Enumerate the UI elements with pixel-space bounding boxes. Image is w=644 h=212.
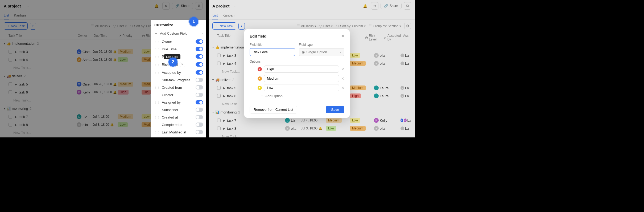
customize-field-row[interactable]: ⋮⋮Subscriber	[151, 106, 206, 113]
remove-button[interactable]: Remove from Current List	[250, 106, 297, 113]
chevron-down-icon[interactable]: ▾	[4, 42, 5, 45]
expand-icon[interactable]: ▶	[15, 123, 17, 126]
tab-kanban[interactable]: Kanban	[14, 12, 26, 19]
chevron-down-icon[interactable]: ▾	[4, 107, 5, 110]
drag-handle-icon[interactable]: ⋮⋮	[154, 101, 160, 104]
drag-handle-icon[interactable]: ⋮⋮	[154, 63, 160, 66]
assignee[interactable]: GGise...	[77, 49, 93, 54]
assignee[interactable]: AAshl...	[77, 57, 93, 62]
task-checkbox[interactable]	[9, 90, 12, 94]
task-title[interactable]: task 8	[19, 123, 77, 127]
expand-icon[interactable]: ▶	[15, 50, 17, 53]
priority[interactable]: Medium	[118, 49, 142, 54]
customize-field-row[interactable]: ⋮⋮Accepted by	[151, 69, 206, 76]
history-icon[interactable]: ↻	[162, 2, 170, 10]
drag-handle-icon[interactable]: ⋮⋮	[154, 55, 160, 58]
option-label-input[interactable]	[264, 84, 339, 91]
new-task-dropdown[interactable]: ▾	[30, 23, 36, 30]
drag-handle-icon[interactable]: ⋮⋮	[154, 123, 160, 126]
drag-handle-icon[interactable]: ⋮⋮	[154, 116, 160, 119]
expand-icon[interactable]: ▶	[15, 83, 17, 86]
priority[interactable]: Medium	[118, 114, 142, 119]
task-checkbox[interactable]	[9, 115, 12, 119]
expand-icon[interactable]: ▶	[15, 115, 17, 118]
drag-handle-icon[interactable]: ⋮⋮	[154, 108, 160, 111]
customize-field-row[interactable]: ⋮⋮Assigned by	[151, 99, 206, 106]
field-toggle[interactable]	[196, 47, 203, 51]
drag-handle-icon[interactable]: ⋮⋮	[154, 71, 160, 74]
field-toggle[interactable]	[196, 70, 203, 75]
task-title[interactable]: task 5	[19, 82, 77, 86]
save-button[interactable]: Save	[326, 106, 344, 113]
field-toggle[interactable]	[196, 100, 203, 104]
priority[interactable]: Low	[118, 57, 142, 62]
field-toggle[interactable]	[196, 85, 203, 89]
field-title-input[interactable]	[250, 48, 295, 56]
task-title[interactable]: task 6	[19, 90, 77, 94]
tab-list[interactable]: List	[4, 12, 9, 19]
task-title[interactable]: task 4	[19, 58, 77, 62]
drag-handle-icon[interactable]: ⋮⋮	[250, 67, 255, 71]
task-checkbox[interactable]	[9, 82, 12, 86]
assignee[interactable]: GGise...	[77, 82, 93, 87]
drag-handle-icon[interactable]: ⋮⋮	[154, 86, 160, 89]
delete-option-icon[interactable]: ✕	[341, 76, 344, 81]
field-toggle[interactable]	[196, 108, 203, 112]
bell-icon[interactable]: 🔔	[153, 2, 160, 10]
add-custom-field[interactable]: ＋ Add Custom Field ›	[151, 29, 206, 38]
field-toggle[interactable]	[196, 39, 203, 44]
drag-handle-icon[interactable]: ⋮⋮	[154, 131, 160, 134]
customize-field-row[interactable]: ⋮⋮Due Time	[151, 45, 206, 53]
expand-icon[interactable]: ▶	[15, 91, 17, 94]
assignee[interactable]: eelia	[77, 122, 93, 127]
field-toggle[interactable]	[196, 54, 203, 59]
option-color-picker[interactable]: ▼	[258, 86, 262, 90]
customize-field-row[interactable]: ⋮⋮Last Modified at	[151, 128, 206, 136]
option-label-input[interactable]	[264, 75, 339, 82]
customize-field-row[interactable]: ⋮⋮Created from	[151, 84, 206, 91]
task-checkbox[interactable]	[9, 50, 12, 54]
option-label-input[interactable]	[264, 66, 339, 73]
option-color-picker[interactable]: ▼	[258, 76, 262, 81]
field-toggle[interactable]	[196, 93, 203, 97]
priority[interactable]: High	[118, 90, 142, 95]
customize-field-row[interactable]: ⋮⋮Completed at	[151, 121, 206, 128]
filter-button[interactable]: ▽ Filter ▾	[113, 24, 127, 28]
task-checkbox[interactable]	[9, 123, 12, 127]
edit-field-icon[interactable]: ✎	[180, 62, 185, 67]
close-icon[interactable]: ✕	[341, 34, 344, 39]
share-button[interactable]: 🔗Share	[172, 3, 193, 9]
field-toggle[interactable]	[196, 130, 203, 134]
expand-icon[interactable]: ▶	[15, 58, 17, 61]
customize-field-row[interactable]: ⋮⋮Creator	[151, 91, 206, 99]
chevron-down-icon[interactable]: ▾	[4, 75, 5, 78]
customize-field-row[interactable]: ⋮⋮Task ID	[151, 136, 206, 137]
drag-handle-icon[interactable]: ⋮⋮	[154, 93, 160, 96]
drag-handle-icon[interactable]: ⋮⋮	[154, 40, 160, 43]
field-toggle[interactable]	[196, 123, 203, 127]
field-toggle[interactable]	[196, 62, 203, 67]
field-toggle[interactable]	[196, 78, 203, 82]
new-task-button[interactable]: ＋ New Task	[4, 22, 28, 30]
customize-field-row[interactable]: ⋮⋮Created at	[151, 113, 206, 121]
assignee[interactable]: KKelly	[77, 90, 93, 95]
all-tasks-filter[interactable]: ☰ All Tasks ▾	[91, 24, 110, 28]
more-icon[interactable]: ⋯	[23, 2, 31, 10]
add-option-button[interactable]: ＋ Add Option	[250, 93, 344, 98]
drag-handle-icon[interactable]: ⋮⋮	[250, 86, 255, 89]
task-checkbox[interactable]	[9, 58, 12, 62]
field-toggle[interactable]	[196, 115, 203, 119]
delete-option-icon[interactable]: ✕	[341, 67, 344, 71]
customize-field-row[interactable]: ⋮⋮Risk Level✎	[151, 60, 206, 69]
customize-field-row[interactable]: ⋮⋮Sub-task Progress	[151, 76, 206, 84]
assignee[interactable]: LLiz	[77, 114, 93, 119]
priority[interactable]: Low	[118, 122, 142, 127]
drag-handle-icon[interactable]: ⋮⋮	[250, 77, 255, 80]
priority[interactable]: Medium	[118, 82, 142, 87]
customize-field-row[interactable]: ⋮⋮Owner	[151, 38, 206, 45]
task-title[interactable]: task 3	[19, 50, 77, 54]
open-window-icon[interactable]: ⧉	[195, 2, 203, 10]
task-title[interactable]: task 7	[19, 115, 77, 119]
delete-option-icon[interactable]: ✕	[341, 86, 344, 90]
drag-handle-icon[interactable]: ⋮⋮	[154, 79, 160, 81]
